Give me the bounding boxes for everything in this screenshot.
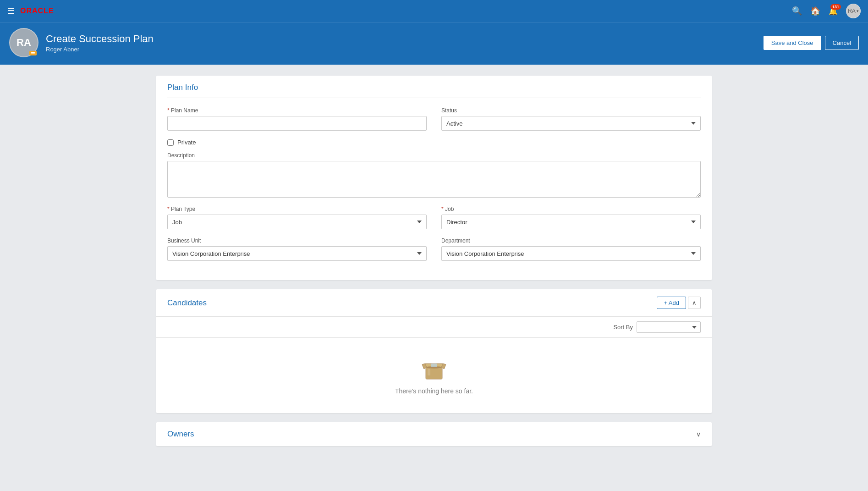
page-subtitle: Roger Abner	[46, 46, 154, 53]
sub-header: RA Create Succession Plan Roger Abner Sa…	[0, 22, 868, 65]
job-label: Job	[441, 206, 701, 212]
nav-right: 🔍 🏠 🔔 131 RA ▾	[792, 4, 861, 18]
candidates-header: Candidates + Add ∧	[156, 289, 712, 317]
status-label: Status	[441, 107, 701, 114]
empty-state: There's nothing here so far.	[156, 338, 712, 413]
plan-name-group: Plan Name	[167, 107, 427, 131]
empty-state-text: There's nothing here so far.	[395, 387, 473, 395]
page-title-section: Create Succession Plan Roger Abner	[46, 33, 154, 53]
user-avatar-large: RA	[9, 28, 38, 57]
svg-rect-1	[31, 52, 35, 53]
svg-rect-6	[428, 369, 430, 375]
plan-type-group: Plan Type Job Position	[167, 206, 427, 229]
department-select[interactable]: Vision Corporation Enterprise	[441, 246, 701, 261]
collapse-candidates-button[interactable]: ∧	[688, 297, 701, 309]
description-textarea[interactable]	[167, 161, 701, 198]
svg-rect-0	[31, 52, 35, 55]
business-unit-select[interactable]: Vision Corporation Enterprise	[167, 246, 427, 261]
candidates-actions: + Add ∧	[657, 297, 701, 309]
sort-bar: Sort By Name Readiness Risk	[156, 317, 712, 338]
owners-header: Owners ∨	[156, 422, 712, 446]
plan-name-input[interactable]	[167, 116, 427, 131]
plan-type-label: Plan Type	[167, 206, 427, 212]
description-label: Description	[167, 152, 701, 159]
private-checkbox[interactable]	[167, 139, 174, 146]
owners-title: Owners	[167, 430, 194, 439]
plan-info-body: Plan Name Status Active Inactive Private	[156, 98, 712, 280]
candidates-title: Candidates	[167, 298, 207, 308]
user-avatar-small[interactable]: RA ▾	[846, 4, 861, 18]
cancel-button[interactable]: Cancel	[825, 36, 859, 50]
chevron-up-icon: ∧	[692, 299, 697, 306]
svg-rect-2	[31, 54, 35, 54]
page-title: Create Succession Plan	[46, 33, 154, 45]
empty-box-icon	[421, 356, 447, 382]
plan-name-status-row: Plan Name Status Active Inactive	[167, 107, 701, 131]
job-select[interactable]: Director Manager Analyst	[441, 215, 701, 229]
status-select[interactable]: Active Inactive	[441, 116, 701, 131]
plan-type-job-row: Plan Type Job Position Job Director Mana…	[167, 206, 701, 229]
candidates-section: Candidates + Add ∧ Sort By Name Readines…	[156, 289, 712, 413]
expand-owners-icon[interactable]: ∨	[696, 430, 701, 438]
private-checkbox-row: Private	[167, 139, 701, 146]
nav-left: ☰ ORACLE	[7, 6, 54, 16]
save-and-close-button[interactable]: Save and Close	[764, 36, 821, 50]
business-unit-department-row: Business Unit Vision Corporation Enterpr…	[167, 237, 701, 261]
job-group: Job Director Manager Analyst	[441, 206, 701, 229]
plan-name-label: Plan Name	[167, 107, 427, 114]
svg-rect-5	[431, 364, 437, 367]
description-group: Description	[167, 152, 701, 198]
search-icon[interactable]: 🔍	[792, 6, 802, 16]
top-nav: ☰ ORACLE 🔍 🏠 🔔 131 RA ▾	[0, 0, 868, 22]
status-group: Status Active Inactive	[441, 107, 701, 131]
main-content: Plan Info Plan Name Status Active Inacti…	[145, 65, 723, 466]
add-candidate-button[interactable]: + Add	[657, 297, 686, 309]
department-group: Department Vision Corporation Enterprise	[441, 237, 701, 261]
plan-info-title: Plan Info	[167, 83, 701, 98]
hamburger-menu-icon[interactable]: ☰	[7, 6, 15, 16]
business-unit-label: Business Unit	[167, 237, 427, 244]
business-unit-group: Business Unit Vision Corporation Enterpr…	[167, 237, 427, 261]
sort-by-label: Sort By	[613, 324, 633, 331]
oracle-logo: ORACLE	[20, 7, 54, 15]
sort-by-select[interactable]: Name Readiness Risk	[637, 321, 701, 333]
notification-icon[interactable]: 🔔 131	[829, 7, 838, 16]
avatar-badge	[29, 51, 37, 55]
private-label: Private	[177, 139, 196, 146]
plan-type-select[interactable]: Job Position	[167, 215, 427, 229]
notification-badge: 131	[830, 4, 841, 10]
owners-section: Owners ∨	[156, 422, 712, 446]
plan-info-header: Plan Info	[156, 76, 712, 98]
department-label: Department	[441, 237, 701, 244]
sub-header-right: Save and Close Cancel	[764, 36, 859, 50]
home-icon[interactable]: 🏠	[810, 6, 820, 16]
sub-header-left: RA Create Succession Plan Roger Abner	[9, 28, 154, 57]
plan-info-section: Plan Info Plan Name Status Active Inacti…	[156, 76, 712, 280]
